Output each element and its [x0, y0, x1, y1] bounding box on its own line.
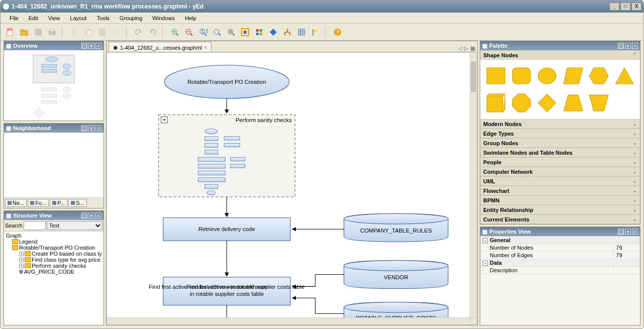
edge[interactable]: [292, 298, 344, 313]
graph-canvas[interactable]: Rotable/Transport PO Creation + Perform …: [106, 52, 477, 325]
tree-item[interactable]: Rotable/Transport PO Creation: [5, 245, 102, 251]
cut-button[interactable]: [68, 26, 81, 39]
redo-button[interactable]: [146, 26, 159, 39]
tree-item[interactable]: AVG_PRICE_CODE: [5, 269, 102, 275]
shape-triangle[interactable]: [613, 64, 636, 88]
editor-tab[interactable]: ◉ 1-404_12682_u...cesses.graphml ×: [109, 42, 211, 52]
shape-ellipse[interactable]: [536, 64, 559, 88]
shape-trapezoid2[interactable]: [587, 91, 610, 115]
collapse-icon[interactable]: -: [483, 238, 488, 243]
panel-pin-icon[interactable]: ◫: [618, 43, 624, 49]
print-button[interactable]: [46, 26, 59, 39]
zoom-area-button[interactable]: [225, 26, 238, 39]
scrollbar-thumb[interactable]: [471, 62, 476, 92]
panel-close-icon[interactable]: ×: [95, 43, 101, 49]
expand-icon[interactable]: +: [19, 252, 24, 256]
minitab-p[interactable]: P...: [50, 199, 67, 207]
menu-grouping[interactable]: Grouping: [115, 14, 147, 22]
menu-windows[interactable]: Windows: [147, 14, 180, 22]
panel-close-icon[interactable]: ×: [95, 212, 101, 218]
panel-close-icon[interactable]: ×: [632, 43, 638, 49]
panel-pin-icon[interactable]: ◫: [81, 125, 87, 131]
hierarchy-button[interactable]: [281, 26, 294, 39]
palette-section[interactable]: Flowchart⌄: [480, 186, 640, 195]
palette-section-shapenodes[interactable]: Shape Nodes⌃: [480, 50, 640, 60]
flag-button[interactable]: [309, 26, 322, 39]
menu-layout[interactable]: Layout: [65, 14, 91, 22]
help-button[interactable]: ?: [331, 26, 344, 39]
palette-section[interactable]: Group Nodes⌄: [480, 138, 640, 148]
close-button[interactable]: X: [631, 3, 641, 11]
palette-section[interactable]: Swimlane Nodes and Table Nodes⌄: [480, 148, 640, 157]
tree-root[interactable]: Graph: [5, 233, 102, 239]
maximize-button[interactable]: □: [620, 3, 630, 11]
open-button[interactable]: [18, 26, 31, 39]
panel-min-icon[interactable]: ▾: [625, 43, 631, 49]
panel-min-icon[interactable]: ▾: [88, 212, 94, 218]
expand-icon[interactable]: +: [19, 258, 24, 262]
minitab-s[interactable]: S...: [68, 199, 87, 207]
tree-item[interactable]: +Find class type for avg price: [5, 257, 102, 263]
palette-section[interactable]: People⌄: [480, 157, 640, 167]
save-button[interactable]: [32, 26, 45, 39]
palette-section[interactable]: Edge Types⌄: [480, 129, 640, 138]
shape-octagon[interactable]: [510, 91, 532, 115]
tab-prev-icon[interactable]: ◁: [458, 45, 462, 52]
vertical-scrollbar[interactable]: [470, 53, 477, 317]
tab-next-icon[interactable]: ▷: [464, 45, 468, 52]
menu-tools[interactable]: Tools: [91, 14, 115, 22]
panel-min-icon[interactable]: ▾: [625, 229, 631, 235]
minitab-ne[interactable]: Ne...: [5, 199, 27, 207]
zoom-reset-button[interactable]: 1:1: [196, 26, 209, 39]
structure-tree[interactable]: Graph Legend Rotable/Transport PO Creati…: [4, 232, 103, 325]
palette-section[interactable]: BPMN⌄: [480, 195, 640, 205]
palette-section[interactable]: Modern Nodes⌄: [480, 119, 640, 129]
search-mode-select[interactable]: Text: [47, 221, 102, 230]
minimize-button[interactable]: _: [609, 3, 619, 11]
undo-button[interactable]: [132, 26, 145, 39]
menu-view[interactable]: View: [43, 14, 65, 22]
panel-close-icon[interactable]: ×: [95, 125, 101, 131]
shape-diamond[interactable]: [536, 91, 559, 115]
shape-roundrect[interactable]: [510, 64, 532, 88]
panel-pin-icon[interactable]: ◫: [618, 229, 624, 235]
shape-trapezoid[interactable]: [562, 91, 584, 115]
prop-group-general[interactable]: -General: [481, 237, 640, 244]
tree-item[interactable]: +Perform sanity checks: [5, 263, 102, 269]
tree-item[interactable]: +Create PO based on class ty: [5, 251, 102, 257]
group-node[interactable]: [159, 115, 295, 197]
shape-parallelogram[interactable]: [562, 64, 584, 88]
tab-close-icon[interactable]: ×: [204, 45, 207, 50]
zoom-selection-button[interactable]: [210, 26, 224, 39]
menu-help[interactable]: Help: [180, 14, 201, 22]
prop-value[interactable]: 79: [614, 252, 640, 259]
zoom-in-button[interactable]: [168, 26, 181, 39]
new-button[interactable]: [4, 26, 17, 39]
tab-menu-icon[interactable]: ▦: [470, 45, 475, 52]
palette-section[interactable]: Computer Network⌄: [480, 167, 640, 176]
horizontal-scrollbar[interactable]: [107, 317, 470, 324]
shape-hexagon[interactable]: [587, 64, 610, 88]
shape-rect3d[interactable]: [484, 91, 507, 115]
overview-canvas[interactable]: [4, 50, 103, 121]
search-input[interactable]: [24, 221, 46, 230]
panel-min-icon[interactable]: ▾: [88, 125, 94, 131]
prop-value[interactable]: 79: [614, 244, 640, 252]
palette-section[interactable]: Current Elements⌄: [480, 214, 640, 224]
neighborhood-canvas[interactable]: [4, 133, 103, 197]
layout-button[interactable]: [253, 26, 266, 39]
collapse-icon[interactable]: -: [483, 261, 488, 266]
grid-button[interactable]: [295, 26, 308, 39]
panel-pin-icon[interactable]: ◫: [81, 212, 87, 218]
menu-edit[interactable]: Edit: [24, 14, 43, 22]
zoom-out-button[interactable]: [182, 26, 195, 39]
shape-rect[interactable]: [484, 64, 507, 88]
palette-section[interactable]: UML⌄: [480, 176, 640, 186]
tree-item[interactable]: Legend: [5, 239, 102, 245]
prop-group-data[interactable]: -Data: [481, 259, 640, 267]
panel-pin-icon[interactable]: ◫: [81, 43, 87, 49]
panel-close-icon[interactable]: ×: [632, 229, 638, 235]
copy-button[interactable]: [82, 26, 95, 39]
menu-file[interactable]: File: [5, 14, 24, 22]
panel-min-icon[interactable]: ▾: [88, 43, 94, 49]
